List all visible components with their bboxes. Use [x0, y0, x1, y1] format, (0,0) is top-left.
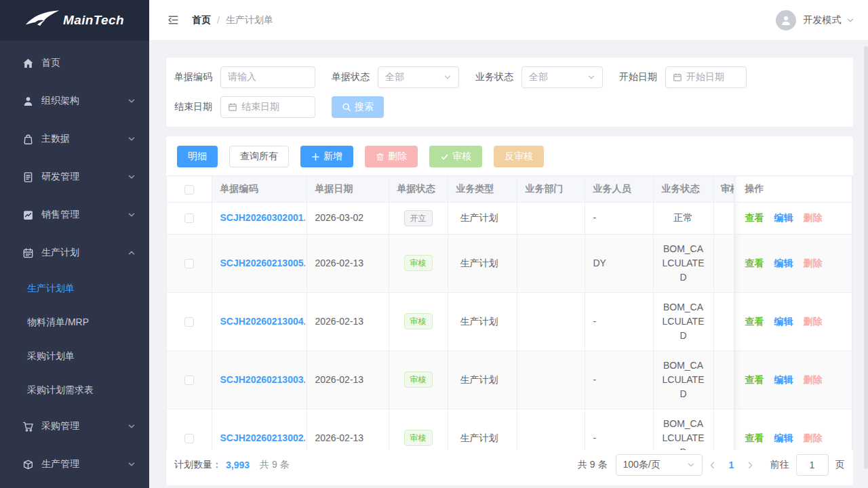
- table-row: SCJH20260302001... 2026-03-02 开立 生产计划 - …: [167, 202, 852, 234]
- sidebar-subitem-bom-mrp[interactable]: 物料清单/MRP: [0, 306, 149, 340]
- doc-code-input[interactable]: 请输入: [220, 66, 315, 88]
- column-actions: 操作: [734, 176, 852, 202]
- row-checkbox[interactable]: [184, 214, 194, 223]
- doc-code-link[interactable]: SCJH20260213002...: [220, 431, 305, 445]
- content-area: 单据编码 请输入 单据状态 全部: [149, 41, 868, 488]
- start-date-input[interactable]: 开始日期: [665, 66, 747, 88]
- doc-status-tag: 审核: [404, 313, 433, 329]
- chevron-down-icon: [127, 211, 136, 219]
- query-all-button[interactable]: 查询所有: [229, 146, 289, 167]
- sidebar-item-rd-management[interactable]: 研发管理: [0, 158, 149, 196]
- filter-doc-status-label: 单据状态: [332, 71, 370, 83]
- column-doc-code: 单据编码: [212, 176, 307, 202]
- chevron-down-icon: [127, 97, 136, 105]
- sidebar-subitem-purchase-plan-demand[interactable]: 采购计划需求表: [0, 373, 149, 407]
- sidebar-item-org[interactable]: 组织架构: [0, 82, 149, 120]
- filter-doc-status: 单据状态 全部: [332, 66, 459, 88]
- delete-button[interactable]: 删除: [365, 146, 418, 167]
- edit-action-link[interactable]: 编辑: [774, 316, 793, 327]
- trash-icon: [376, 152, 384, 161]
- view-action-link[interactable]: 查看: [745, 432, 764, 443]
- sidebar-item-master-data[interactable]: 主数据: [0, 120, 149, 158]
- query-all-button-label: 查询所有: [240, 150, 278, 163]
- end-date-placeholder: 结束日期: [241, 101, 279, 113]
- row-checkbox[interactable]: [184, 434, 194, 443]
- edit-action-link[interactable]: 编辑: [774, 258, 793, 268]
- table-row: SCJH20260213003... 2026-02-13 审核 生产计划 - …: [167, 350, 852, 409]
- sidebar-item-home[interactable]: 首页: [0, 44, 149, 82]
- box-icon: [22, 458, 34, 470]
- edit-action-link[interactable]: 编辑: [774, 374, 793, 385]
- toolbar: 明细查询所有新增删除审核反审核: [166, 146, 853, 167]
- select-all-checkbox[interactable]: [184, 185, 194, 195]
- bag-icon: [22, 133, 34, 145]
- collapse-sidebar-icon[interactable]: [167, 14, 180, 26]
- audit-button[interactable]: 审核: [429, 146, 482, 167]
- column-doc-date: 单据日期: [307, 176, 389, 202]
- plan-qty-label: 计划数量：: [174, 459, 222, 471]
- edit-action-link[interactable]: 编辑: [774, 212, 793, 223]
- breadcrumb-home[interactable]: 首页: [192, 14, 211, 26]
- doc-code-link[interactable]: SCJH20260213004...: [220, 314, 305, 329]
- unaudit-button[interactable]: 反审核: [494, 146, 544, 167]
- sidebar-menu: 首页 组织架构 主数据 研发管理 销售管理 生产计划: [0, 41, 149, 488]
- view-action-link[interactable]: 查看: [745, 258, 764, 268]
- edit-action-link[interactable]: 编辑: [774, 432, 793, 443]
- doc-code-link[interactable]: SCJH20260302001...: [220, 211, 305, 225]
- next-page-button[interactable]: [741, 461, 761, 470]
- delete-action-link: 删除: [804, 316, 823, 327]
- user-icon: [22, 95, 34, 107]
- plan-total-count: 共 9 条: [260, 459, 290, 471]
- table-row: SCJH20260213005... 2026-02-13 审核 生产计划 DY…: [167, 234, 852, 292]
- goto-suffix: 页: [835, 459, 845, 471]
- app-root: MainTech 首页 组织架构 主数据 研发管理 销售管理: [0, 0, 868, 488]
- sidebar-item-purchase-management[interactable]: 采购管理: [0, 407, 149, 445]
- home-icon: [22, 57, 34, 69]
- row-checkbox[interactable]: [184, 259, 194, 268]
- user-menu[interactable]: 开发模式: [776, 10, 854, 30]
- plus-icon: [311, 152, 320, 161]
- search-button[interactable]: 搜索: [332, 96, 384, 118]
- doc-code-link[interactable]: SCJH20260213003...: [220, 373, 305, 387]
- table-panel: 明细查询所有新增删除审核反审核 单据编码 单据日期 单据状态: [166, 136, 853, 485]
- doc-code-link[interactable]: SCJH20260213005...: [220, 256, 305, 270]
- document-icon: [22, 171, 34, 183]
- user-name: 开发模式: [804, 14, 842, 26]
- view-action-link[interactable]: 查看: [745, 212, 764, 223]
- chart-icon: [22, 209, 34, 221]
- scrollbar-thumb[interactable]: [864, 46, 868, 469]
- sidebar-subitem-production-plan-order[interactable]: 生产计划单: [0, 272, 149, 306]
- sidebar-item-production-management[interactable]: 生产管理: [0, 445, 149, 483]
- biz-status-select[interactable]: 全部: [521, 66, 603, 88]
- chevron-up-icon: [127, 249, 136, 257]
- calendar-icon: [228, 102, 237, 112]
- row-checkbox[interactable]: [184, 317, 194, 327]
- end-date-input[interactable]: 结束日期: [220, 96, 315, 118]
- table-row: SCJH20260213002... 2026-02-13 审核 生产计划 - …: [167, 409, 852, 450]
- prev-page-button[interactable]: [703, 461, 723, 470]
- add-button[interactable]: 新增: [300, 146, 353, 167]
- unaudit-button-label: 反审核: [505, 150, 533, 163]
- page-size-select[interactable]: 100条/页: [616, 454, 703, 476]
- biz-status-value: 全部: [529, 71, 548, 83]
- sidebar-item-sales-management[interactable]: 销售管理: [0, 196, 149, 234]
- goto-page-input[interactable]: 1: [796, 454, 829, 476]
- chevron-down-icon: [846, 16, 854, 24]
- column-biz-dept: 业务部门: [517, 176, 585, 202]
- view-action-link[interactable]: 查看: [745, 316, 764, 327]
- view-action-link[interactable]: 查看: [745, 374, 764, 385]
- sidebar-subitem-purchase-plan-order[interactable]: 采购计划单: [0, 340, 149, 373]
- pagination-bar: 计划数量： 3,993 共 9 条 共 9 条 100条/页: [166, 450, 853, 480]
- doc-status-tag: 审核: [404, 430, 433, 446]
- sidebar-item-production-plan[interactable]: 生产计划: [0, 234, 149, 272]
- delete-button-label: 删除: [388, 150, 407, 163]
- goto-page-value: 1: [810, 460, 815, 470]
- doc-status-select[interactable]: 全部: [378, 66, 459, 88]
- doc-status-tag: 审核: [404, 371, 433, 388]
- column-biz-status: 业务状态: [653, 176, 713, 202]
- row-checkbox[interactable]: [184, 375, 194, 385]
- doc-status-tag: 开立: [404, 210, 433, 226]
- detail-button[interactable]: 明细: [177, 146, 218, 167]
- delete-action-link: 删除: [804, 374, 823, 385]
- page-number[interactable]: 1: [723, 460, 741, 470]
